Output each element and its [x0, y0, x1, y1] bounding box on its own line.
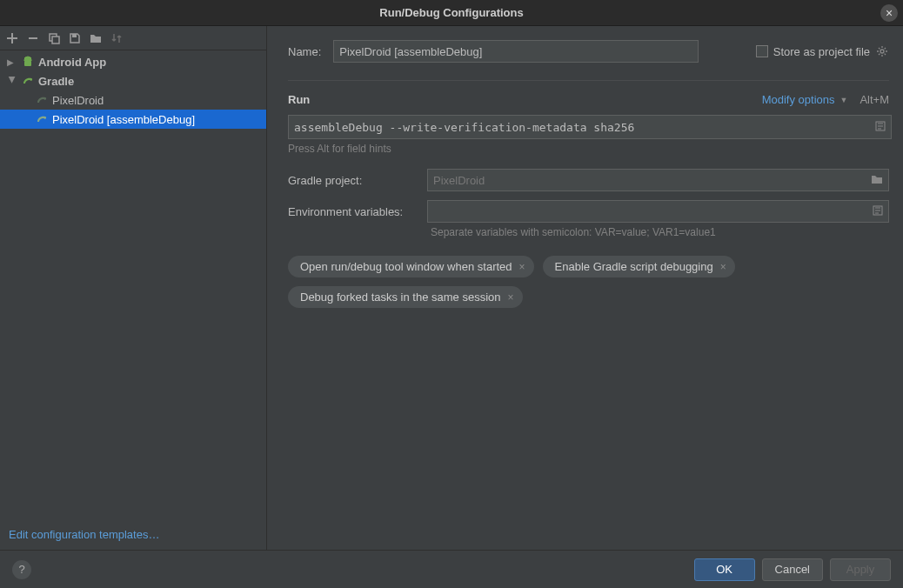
store-as-project-file[interactable]: Store as project file [756, 44, 889, 58]
sidebar: ▶ Android App ▶ Gradle PixelDroid [0, 26, 267, 550]
tag-remove-icon[interactable]: × [519, 261, 525, 273]
main-area: ▶ Android App ▶ Gradle PixelDroid [0, 26, 903, 550]
apply-button[interactable]: Apply [830, 558, 891, 581]
store-label: Store as project file [773, 45, 870, 58]
ok-button[interactable]: OK [694, 558, 755, 581]
chevron-down-icon: ▶ [8, 76, 17, 86]
sidebar-toolbar [0, 26, 266, 50]
tag-enable-script-debugging[interactable]: Enable Gradle script debugging × [543, 256, 735, 277]
copy-config-button[interactable] [45, 30, 63, 47]
tasks-arguments-input[interactable]: assembleDebug --write-verification-metad… [288, 115, 892, 139]
env-vars-label: Environment variables: [288, 205, 427, 218]
sidebar-footer: Edit configuration templates… [0, 528, 266, 550]
separator [288, 80, 889, 81]
name-label: Name: [288, 45, 321, 58]
tree-node-android-app[interactable]: ▶ Android App [0, 52, 266, 71]
browse-folder-icon[interactable] [871, 174, 883, 187]
minus-icon [27, 32, 39, 44]
help-button[interactable]: ? [12, 560, 31, 579]
svg-rect-2 [52, 37, 59, 43]
gradle-project-label: Gradle project: [288, 174, 427, 187]
copy-icon [48, 32, 60, 44]
command-text: assembleDebug --write-verification-metad… [294, 121, 634, 134]
run-section-header: Run Modify options ▼ Alt+M [288, 93, 889, 106]
gear-icon[interactable] [875, 44, 889, 58]
tag-remove-icon[interactable]: × [508, 291, 514, 304]
dialog-footer: ? OK Cancel Apply [0, 550, 903, 588]
modify-shortcut: Alt+M [860, 93, 889, 106]
gradle-project-value: PixelDroid [433, 174, 485, 187]
modify-options[interactable]: Modify options ▼ Alt+M [762, 93, 889, 106]
store-checkbox[interactable] [756, 45, 768, 57]
chevron-down-icon: ▼ [839, 96, 847, 104]
svg-rect-0 [29, 37, 37, 39]
field-hint: Press Alt for field hints [288, 143, 889, 155]
tree-label: PixelDroid [52, 94, 104, 107]
tree-node-gradle[interactable]: ▶ Gradle [0, 71, 266, 90]
env-vars-helper: Separate variables with semicolon: VAR=v… [431, 226, 889, 238]
name-input[interactable] [333, 40, 699, 63]
env-vars-input[interactable] [427, 200, 889, 223]
save-config-button[interactable] [66, 30, 84, 47]
tree-label: Gradle [38, 75, 74, 88]
name-row: Name: Store as project file [288, 40, 889, 63]
sort-config-button[interactable] [108, 30, 125, 47]
modify-options-link[interactable]: Modify options [762, 93, 835, 106]
tag-remove-icon[interactable]: × [720, 261, 726, 273]
folder-icon [90, 32, 102, 44]
cancel-button[interactable]: Cancel [762, 558, 823, 581]
chevron-right-icon: ▶ [7, 57, 17, 67]
close-button[interactable]: × [880, 4, 898, 22]
tag-open-tool-window[interactable]: Open run/debug tool window when started … [288, 256, 534, 277]
android-icon [21, 55, 35, 69]
tag-label: Debug forked tasks in the same session [300, 291, 501, 304]
edit-templates-link[interactable]: Edit configuration templates… [9, 528, 159, 541]
titlebar: Run/Debug Configurations × [0, 0, 903, 26]
help-icon: ? [18, 563, 24, 576]
tree-label: PixelDroid [assembleDebug] [52, 113, 195, 126]
expand-field-icon[interactable] [875, 121, 886, 134]
plus-icon [6, 32, 18, 44]
sort-icon [110, 32, 123, 44]
run-title: Run [288, 93, 310, 106]
gradle-project-input[interactable]: PixelDroid [427, 169, 889, 191]
expand-field-icon[interactable] [873, 205, 883, 218]
tree-node-pixeldroid[interactable]: PixelDroid [0, 90, 266, 110]
gradle-icon [35, 112, 49, 126]
gradle-icon [21, 74, 35, 88]
dialog-title: Run/Debug Configurations [379, 6, 523, 19]
folder-config-button[interactable] [87, 30, 104, 47]
remove-config-button[interactable] [24, 30, 42, 47]
tree-label: Android App [38, 56, 106, 69]
env-vars-row: Environment variables: [288, 200, 889, 223]
svg-rect-4 [24, 61, 31, 66]
tag-debug-forked-tasks[interactable]: Debug forked tasks in the same session × [288, 286, 523, 308]
close-icon: × [886, 6, 893, 20]
content-panel: Name: Store as project file Run Modify o… [267, 26, 903, 550]
tag-label: Open run/debug tool window when started [300, 260, 512, 273]
gradle-project-row: Gradle project: PixelDroid [288, 169, 889, 191]
svg-rect-3 [72, 34, 77, 37]
tree-node-pixeldroid-assembledebug[interactable]: PixelDroid [assembleDebug] [0, 110, 266, 129]
svg-point-5 [880, 50, 884, 53]
add-config-button[interactable] [3, 30, 21, 47]
config-tree[interactable]: ▶ Android App ▶ Gradle PixelDroid [0, 50, 266, 528]
option-tags: Open run/debug tool window when started … [288, 256, 889, 308]
save-icon [69, 32, 81, 44]
tag-label: Enable Gradle script debugging [555, 260, 713, 273]
gradle-icon [35, 93, 49, 107]
